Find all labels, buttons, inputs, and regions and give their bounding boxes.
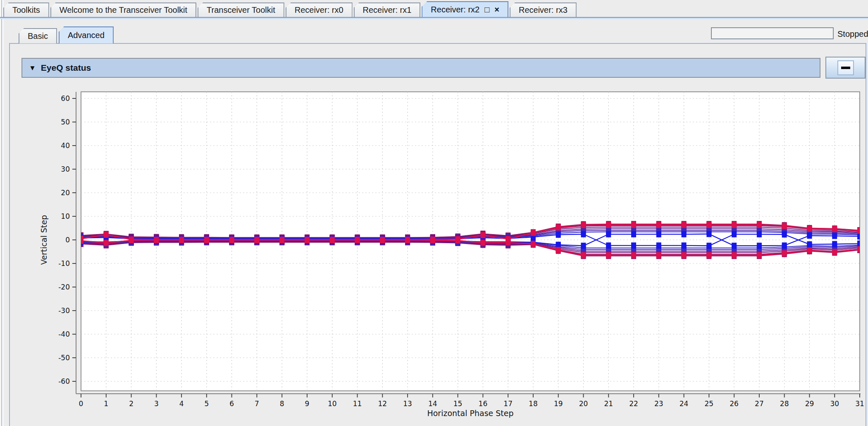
data-point xyxy=(857,233,862,239)
data-point xyxy=(706,222,711,228)
data-point xyxy=(631,252,636,258)
data-point xyxy=(606,231,611,237)
data-point xyxy=(480,232,485,238)
data-point xyxy=(832,226,837,232)
data-point xyxy=(782,223,787,229)
y-tick-label: -40 xyxy=(58,330,70,338)
data-point xyxy=(104,232,109,238)
x-tick-label: 29 xyxy=(805,400,814,408)
x-tick-label: 8 xyxy=(280,400,284,408)
data-point xyxy=(631,231,636,237)
x-tick-label: 17 xyxy=(503,400,513,408)
minimize-button[interactable] xyxy=(825,57,866,79)
data-point xyxy=(757,252,762,258)
data-point xyxy=(355,237,360,243)
x-tick-label: 19 xyxy=(554,400,563,408)
data-point xyxy=(506,239,510,246)
x-tick-label: 6 xyxy=(229,400,234,408)
data-point xyxy=(706,252,711,258)
tab-advanced[interactable]: Advanced xyxy=(59,26,114,43)
data-point xyxy=(581,222,586,228)
x-tick-label: 13 xyxy=(403,400,412,408)
data-point xyxy=(204,237,209,243)
eyeq-status-section-header[interactable]: ▼ EyeQ status xyxy=(21,58,820,78)
data-point xyxy=(832,233,837,239)
x-tick-label: 10 xyxy=(328,400,337,408)
x-tick-label: 4 xyxy=(179,400,184,408)
x-tick-label: 27 xyxy=(755,400,764,408)
x-tick-label: 0 xyxy=(79,400,83,408)
data-point xyxy=(732,243,737,249)
data-point xyxy=(531,230,536,236)
x-tick-label: 12 xyxy=(378,400,387,408)
x-tick-label: 18 xyxy=(529,400,538,408)
data-point xyxy=(581,252,586,258)
x-tick-label: 9 xyxy=(305,400,310,408)
y-tick-label: -30 xyxy=(58,306,70,315)
x-tick-label: 15 xyxy=(453,400,463,408)
x-tick-label: 7 xyxy=(255,400,259,408)
x-tick-label: 14 xyxy=(428,400,437,408)
y-tick-label: -50 xyxy=(58,354,70,362)
minimize-icon xyxy=(837,60,854,75)
data-point xyxy=(556,247,561,253)
y-tick-label: -20 xyxy=(58,283,70,291)
data-point xyxy=(782,242,787,249)
data-point xyxy=(857,246,862,252)
tab-basic[interactable]: Basic xyxy=(19,28,57,43)
y-axis-title: Vertical Step xyxy=(39,215,48,265)
data-point xyxy=(656,242,661,249)
data-point xyxy=(254,237,259,243)
data-point xyxy=(757,222,762,228)
data-point xyxy=(581,231,586,237)
data-point xyxy=(656,252,661,258)
data-point xyxy=(732,252,737,258)
y-tick-label: -10 xyxy=(58,259,70,268)
x-tick-label: 24 xyxy=(680,400,689,408)
y-tick-label: 40 xyxy=(61,141,70,150)
y-tick-label: 0 xyxy=(65,236,70,244)
data-point xyxy=(807,247,812,254)
y-tick-label: 50 xyxy=(61,118,70,126)
data-point xyxy=(229,237,234,243)
view-tab-bar: BasicAdvanced xyxy=(19,26,114,43)
y-tick-label: -60 xyxy=(58,377,70,385)
y-tick-label: 60 xyxy=(61,94,70,103)
data-point xyxy=(104,240,109,246)
data-point xyxy=(606,222,611,228)
y-tick-label: 20 xyxy=(61,189,70,197)
data-point xyxy=(380,237,385,243)
y-tick-label: 10 xyxy=(61,212,70,220)
x-tick-label: 5 xyxy=(204,400,209,408)
x-tick-label: 23 xyxy=(654,400,663,408)
data-point xyxy=(631,222,636,228)
data-point xyxy=(305,237,310,243)
x-tick-label: 11 xyxy=(353,400,362,408)
data-point xyxy=(732,231,737,237)
data-point xyxy=(832,249,837,255)
data-point xyxy=(732,222,737,228)
data-point xyxy=(279,237,284,243)
data-point xyxy=(706,243,711,249)
data-point xyxy=(581,243,586,249)
x-tick-label: 20 xyxy=(579,400,588,408)
data-point xyxy=(480,239,485,246)
data-point xyxy=(330,237,335,243)
x-tick-label: 3 xyxy=(154,400,159,408)
data-point xyxy=(832,241,837,247)
x-tick-label: 22 xyxy=(629,400,638,408)
progress-bar xyxy=(711,27,834,39)
data-point xyxy=(656,231,661,237)
data-point xyxy=(857,241,862,247)
y-tick-label: 30 xyxy=(61,165,70,173)
x-tick-label: 1 xyxy=(104,400,108,408)
data-point xyxy=(857,227,862,234)
data-point xyxy=(682,252,687,258)
collapse-triangle-icon[interactable]: ▼ xyxy=(29,65,36,72)
data-point xyxy=(656,222,661,228)
x-tick-label: 30 xyxy=(830,400,839,408)
data-point xyxy=(706,231,711,237)
data-point xyxy=(782,231,787,237)
data-point xyxy=(682,231,687,237)
x-tick-label: 26 xyxy=(730,400,739,408)
